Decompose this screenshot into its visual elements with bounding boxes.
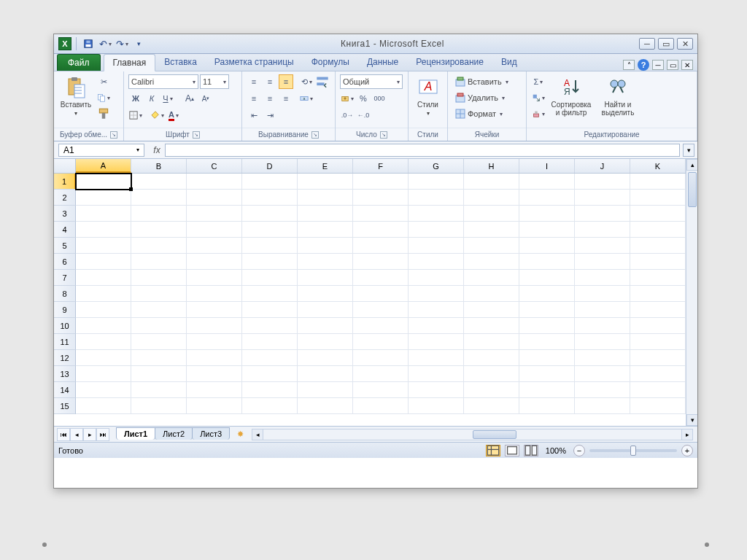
workbook-restore-button[interactable]: ▭	[667, 60, 678, 70]
font-size-combo[interactable]: 11▾	[200, 74, 229, 89]
cell[interactable]	[353, 334, 409, 350]
scroll-up-button[interactable]: ▴	[686, 159, 697, 171]
increase-indent-button[interactable]: ⇥	[263, 108, 277, 122]
insert-function-button[interactable]: fx	[149, 145, 165, 155]
cell[interactable]	[353, 398, 409, 414]
cell[interactable]	[76, 190, 131, 206]
close-button[interactable]: ✕	[677, 38, 693, 50]
cell[interactable]	[353, 350, 409, 366]
cell[interactable]	[298, 206, 353, 222]
font-dialog-launcher[interactable]: ↘	[193, 131, 200, 139]
clear-button[interactable]: ▾	[531, 106, 546, 121]
row-header[interactable]: 10	[54, 318, 76, 334]
ribbon-tab-Рецензирование[interactable]: Рецензирование	[407, 54, 492, 71]
column-header[interactable]: K	[630, 159, 686, 173]
cell[interactable]	[353, 366, 409, 382]
cell[interactable]	[298, 350, 353, 366]
cell[interactable]	[575, 350, 630, 366]
cell[interactable]	[519, 334, 575, 350]
cell[interactable]	[630, 238, 686, 254]
wrap-text-button[interactable]	[315, 74, 330, 89]
cell[interactable]	[575, 286, 630, 302]
align-right-button[interactable]: ≡	[279, 91, 293, 106]
cell[interactable]	[409, 222, 464, 238]
cell[interactable]	[519, 206, 575, 222]
row-header[interactable]: 7	[54, 270, 76, 286]
cell[interactable]	[409, 366, 464, 382]
cell[interactable]	[187, 286, 242, 302]
column-header[interactable]: D	[242, 159, 298, 173]
row-header[interactable]: 3	[54, 206, 76, 222]
cell[interactable]	[242, 350, 298, 366]
cell[interactable]	[519, 398, 575, 414]
cell[interactable]	[519, 318, 575, 334]
cell[interactable]	[409, 254, 464, 270]
cell[interactable]	[242, 190, 298, 206]
cell[interactable]	[464, 398, 519, 414]
cell[interactable]	[409, 286, 464, 302]
cell[interactable]	[464, 334, 519, 350]
cell[interactable]	[76, 286, 131, 302]
horizontal-scrollbar[interactable]: ◂ ▸	[252, 429, 693, 440]
cell[interactable]	[630, 366, 686, 382]
cell[interactable]	[409, 206, 464, 222]
qat-customize-button[interactable]: ▾	[131, 36, 146, 51]
new-sheet-button[interactable]: ✸	[233, 429, 247, 440]
row-header[interactable]: 13	[54, 366, 76, 382]
align-top-button[interactable]: ≡	[247, 74, 261, 89]
cell[interactable]	[353, 302, 409, 318]
cell[interactable]	[409, 302, 464, 318]
align-bottom-button[interactable]: ≡	[279, 74, 293, 89]
cell[interactable]	[575, 334, 630, 350]
ribbon-tab-Вставка[interactable]: Вставка	[155, 54, 206, 71]
vertical-scrollbar[interactable]: ▴ ▾	[686, 159, 697, 426]
cell[interactable]	[242, 382, 298, 398]
cell[interactable]	[464, 206, 519, 222]
cell[interactable]	[575, 222, 630, 238]
cell[interactable]	[187, 366, 242, 382]
row-header[interactable]: 12	[54, 350, 76, 366]
redo-button[interactable]: ↷▾	[115, 36, 129, 51]
cell[interactable]	[630, 382, 686, 398]
zoom-level[interactable]: 100%	[546, 446, 566, 455]
cell[interactable]	[76, 366, 131, 382]
sheet-tab[interactable]: Лист3	[192, 427, 230, 440]
column-header[interactable]: A	[76, 159, 131, 173]
cell[interactable]	[409, 350, 464, 366]
cell[interactable]	[76, 318, 131, 334]
cell[interactable]	[519, 254, 575, 270]
cell[interactable]	[519, 190, 575, 206]
cell[interactable]	[409, 174, 464, 190]
cell[interactable]	[464, 270, 519, 286]
cell[interactable]	[242, 398, 298, 414]
formula-bar-expand-button[interactable]: ▾	[683, 144, 694, 157]
clipboard-dialog-launcher[interactable]: ↘	[110, 131, 117, 139]
cell[interactable]	[298, 270, 353, 286]
cell[interactable]	[131, 334, 187, 350]
cell[interactable]	[242, 222, 298, 238]
decrease-font-button[interactable]: A▾	[198, 91, 213, 106]
cell[interactable]	[630, 222, 686, 238]
cell[interactable]	[187, 174, 242, 190]
row-header[interactable]: 8	[54, 286, 76, 302]
sort-filter-button[interactable]: АЯ Сортировка и фильтр	[549, 74, 594, 117]
cell[interactable]	[409, 334, 464, 350]
paste-button[interactable]: Вставить▾	[58, 74, 93, 117]
cell[interactable]	[187, 398, 242, 414]
cell[interactable]	[353, 286, 409, 302]
underline-button[interactable]: Ч▾	[160, 91, 175, 106]
cell[interactable]	[187, 254, 242, 270]
cell[interactable]	[519, 238, 575, 254]
horizontal-scroll-thumb[interactable]	[473, 430, 516, 439]
cell[interactable]	[131, 174, 187, 190]
workbook-minimize-button[interactable]: ─	[652, 60, 664, 70]
cell[interactable]	[131, 238, 187, 254]
column-header[interactable]: C	[187, 159, 242, 173]
cell[interactable]	[187, 382, 242, 398]
ribbon-tab-Формулы[interactable]: Формулы	[303, 54, 358, 71]
cell[interactable]	[298, 334, 353, 350]
cell[interactable]	[464, 254, 519, 270]
minimize-button[interactable]: ─	[639, 38, 655, 50]
cell[interactable]	[76, 238, 131, 254]
cell[interactable]	[131, 190, 187, 206]
